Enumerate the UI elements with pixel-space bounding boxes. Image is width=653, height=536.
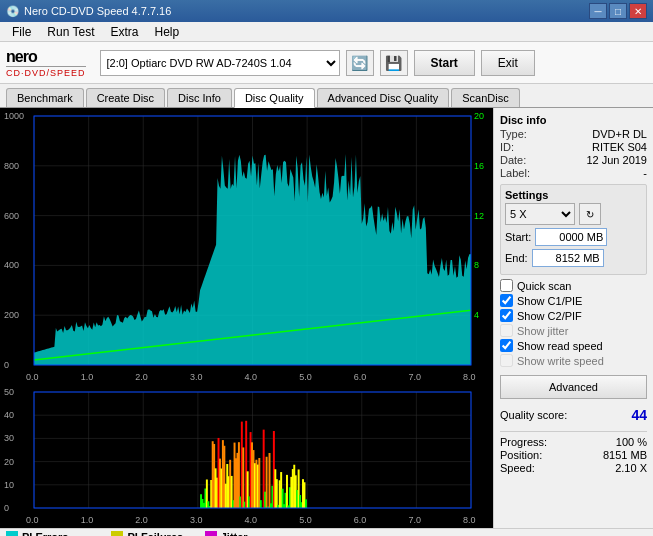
end-label: End: [505,252,528,264]
start-input[interactable] [535,228,607,246]
maximize-button[interactable]: □ [609,3,627,19]
progress-label: Progress: [500,436,547,448]
jitter-header: Jitter [205,531,274,537]
disc-id-row: ID: RITEK S04 [500,141,647,153]
main-content: Disc info Type: DVD+R DL ID: RITEK S04 D… [0,108,653,528]
disc-type-label: Type: [500,128,527,140]
position-value: 8151 MB [603,449,647,461]
disc-label-row: Label: - [500,167,647,179]
show-c2-pif-checkbox[interactable] [500,309,513,322]
end-row: End: [505,249,642,267]
show-c1-pie-row: Show C1/PIE [500,294,647,307]
show-read-speed-label: Show read speed [517,340,603,352]
upper-chart [2,110,491,383]
speed-row: 5 X ↻ [505,203,642,225]
settings-refresh-btn[interactable]: ↻ [579,203,601,225]
nero-logo-text: nero [6,48,37,66]
tab-disc-info[interactable]: Disc Info [167,88,232,107]
stats-bar: PI Errors Average: 231.98 Maximum: 805 T… [0,528,653,536]
progress-section: Progress: 100 % Position: 8151 MB Speed:… [500,431,647,475]
chart-area [0,108,493,528]
quick-scan-label: Quick scan [517,280,571,292]
tab-benchmark[interactable]: Benchmark [6,88,84,107]
position-label: Position: [500,449,542,461]
save-button[interactable]: 💾 [380,50,408,76]
menu-bar: File Run Test Extra Help [0,22,653,42]
nero-logo: nero CD·DVD/SPEED [6,48,86,78]
start-row: Start: [505,228,642,246]
disc-date-row: Date: 12 Jun 2019 [500,154,647,166]
pi-errors-title: PI Errors [22,531,68,537]
start-label: Start: [505,231,531,243]
pi-failures-title: PI Failures [127,531,183,537]
show-jitter-checkbox[interactable] [500,324,513,337]
info-panel: Disc info Type: DVD+R DL ID: RITEK S04 D… [493,108,653,528]
disc-label-label: Label: [500,167,530,179]
show-c1-pie-label: Show C1/PIE [517,295,582,307]
menu-run-test[interactable]: Run Test [39,23,102,41]
menu-file[interactable]: File [4,23,39,41]
end-input[interactable] [532,249,604,267]
checkboxes-section: Quick scan Show C1/PIE Show C2/PIF Show … [500,279,647,369]
drive-selector[interactable]: [2:0] Optiarc DVD RW AD-7240S 1.04 [100,50,340,76]
toolbar: nero CD·DVD/SPEED [2:0] Optiarc DVD RW A… [0,42,653,84]
settings-section: Settings 5 X ↻ Start: End: [500,184,647,275]
show-read-speed-checkbox[interactable] [500,339,513,352]
show-write-speed-row: Show write speed [500,354,647,367]
position-row: Position: 8151 MB [500,449,647,461]
disc-id-label: ID: [500,141,514,153]
tab-disc-quality[interactable]: Disc Quality [234,88,315,108]
lower-chart [2,386,491,526]
speed-value: 2.10 X [615,462,647,474]
advanced-button[interactable]: Advanced [500,375,647,399]
disc-type-value: DVD+R DL [592,128,647,140]
menu-help[interactable]: Help [147,23,188,41]
title-bar-text: 💿 Nero CD-DVD Speed 4.7.7.16 [6,5,171,18]
quality-score-label: Quality score: [500,409,567,421]
speed-selector[interactable]: 5 X [505,203,575,225]
minimize-button[interactable]: ─ [589,3,607,19]
app-icon: 💿 [6,5,20,18]
close-button[interactable]: ✕ [629,3,647,19]
disc-info-section: Disc info Type: DVD+R DL ID: RITEK S04 D… [500,114,647,180]
progress-row: Progress: 100 % [500,436,647,448]
nero-logo-subtitle: CD·DVD/SPEED [6,66,86,78]
disc-info-title: Disc info [500,114,647,126]
show-read-speed-row: Show read speed [500,339,647,352]
disc-date-label: Date: [500,154,526,166]
exit-button[interactable]: Exit [481,50,535,76]
jitter-group: Jitter Average: - Maximum: - PO failures… [205,531,274,537]
show-c2-pif-label: Show C2/PIF [517,310,582,322]
speed-row-progress: Speed: 2.10 X [500,462,647,474]
progress-value: 100 % [616,436,647,448]
jitter-dot [205,531,217,537]
disc-type-row: Type: DVD+R DL [500,128,647,140]
tab-advanced-disc-quality[interactable]: Advanced Disc Quality [317,88,450,107]
pi-errors-header: PI Errors [6,531,91,537]
pi-failures-dot [111,531,123,537]
tab-scan-disc[interactable]: ScanDisc [451,88,519,107]
show-write-speed-label: Show write speed [517,355,604,367]
quick-scan-row: Quick scan [500,279,647,292]
quality-score-value: 44 [631,407,647,423]
title-bar: 💿 Nero CD-DVD Speed 4.7.7.16 ─ □ ✕ [0,0,653,22]
show-c1-pie-checkbox[interactable] [500,294,513,307]
pi-failures-group: PI Failures Average: 0.24 Maximum: 38 To… [111,531,184,537]
disc-date-value: 12 Jun 2019 [586,154,647,166]
title-bar-controls: ─ □ ✕ [589,3,647,19]
start-button[interactable]: Start [414,50,475,76]
refresh-button[interactable]: 🔄 [346,50,374,76]
pi-failures-header: PI Failures [111,531,184,537]
menu-extra[interactable]: Extra [102,23,146,41]
settings-title: Settings [505,189,642,201]
show-jitter-label: Show jitter [517,325,568,337]
disc-id-value: RITEK S04 [592,141,647,153]
show-write-speed-checkbox[interactable] [500,354,513,367]
quick-scan-checkbox[interactable] [500,279,513,292]
upper-chart-container [2,110,491,383]
speed-label: Speed: [500,462,535,474]
show-jitter-row: Show jitter [500,324,647,337]
disc-label-value: - [643,167,647,179]
tab-create-disc[interactable]: Create Disc [86,88,165,107]
tab-bar: Benchmark Create Disc Disc Info Disc Qua… [0,84,653,108]
